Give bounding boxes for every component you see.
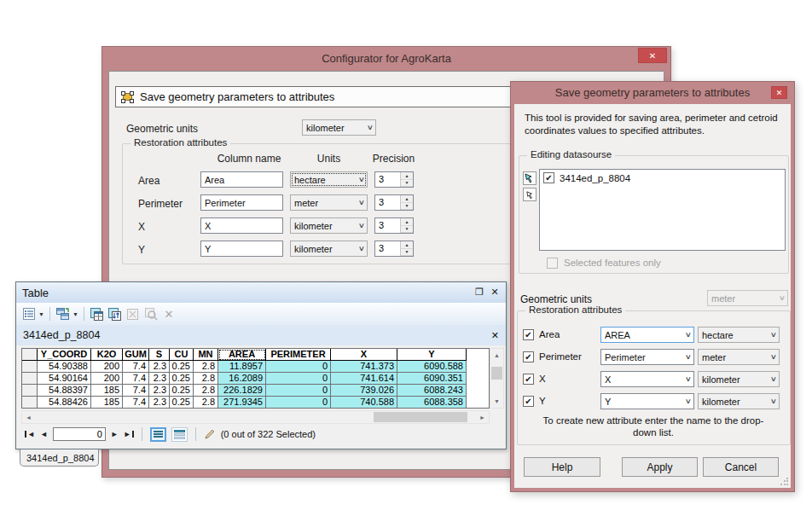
row-selector[interactable] bbox=[22, 385, 38, 397]
switch-selection-button[interactable] bbox=[107, 306, 123, 322]
dialog-close-button[interactable]: ✕ bbox=[771, 86, 787, 99]
column-header-k2o[interactable]: K2O bbox=[91, 349, 123, 361]
record-number-input[interactable] bbox=[53, 427, 106, 441]
area-attribute-combo[interactable]: AREA ∨ bbox=[600, 327, 694, 343]
column-header-cu[interactable]: CU bbox=[170, 349, 194, 361]
table-cell[interactable]: 0.25 bbox=[170, 373, 194, 385]
table-cell[interactable]: 740.588 bbox=[331, 397, 397, 409]
table-cell[interactable]: 2.3 bbox=[149, 373, 170, 385]
table-cell[interactable]: 741.614 bbox=[331, 373, 397, 385]
table-cell[interactable]: 0.25 bbox=[170, 397, 194, 409]
horizontal-scrollbar[interactable]: ◄ ► bbox=[21, 410, 490, 424]
show-all-records-button[interactable] bbox=[150, 427, 166, 442]
perimeter-attribute-combo[interactable]: Perimeter ∨ bbox=[600, 349, 694, 365]
table-cell[interactable]: 0 bbox=[266, 373, 331, 385]
x-units-combo[interactable]: kilometer ∨ bbox=[698, 371, 780, 387]
table-options-button[interactable] bbox=[21, 306, 37, 322]
spin-down-icon[interactable]: ▼ bbox=[401, 226, 413, 234]
column-header-x[interactable]: X bbox=[331, 349, 397, 361]
configurator-close-button[interactable]: ✕ bbox=[638, 48, 667, 63]
table-cell[interactable]: 200 bbox=[91, 373, 123, 385]
column-header-s[interactable]: S bbox=[149, 349, 170, 361]
precision-spinner-x[interactable]: 3 ▲▼ bbox=[374, 217, 414, 234]
precision-spinner-area[interactable]: 3 ▲▼ bbox=[374, 171, 414, 188]
units-combo-x[interactable]: kilometer ∨ bbox=[290, 217, 368, 234]
column-name-input-area[interactable]: Area bbox=[200, 171, 283, 188]
source-close-button[interactable]: ✕ bbox=[491, 330, 499, 341]
show-selected-records-button[interactable] bbox=[171, 427, 188, 442]
datasource-listbox[interactable]: ✔ 3414ed_p_8804 bbox=[539, 169, 786, 251]
table-cell[interactable]: 185 bbox=[91, 397, 123, 409]
column-header-mn[interactable]: MN bbox=[194, 349, 218, 361]
table-tab[interactable]: 3414ed_p_8804 bbox=[20, 449, 99, 467]
related-tables-caret[interactable]: ▼ bbox=[72, 311, 78, 317]
table-cell[interactable]: 7.4 bbox=[123, 397, 149, 409]
last-record-button[interactable]: ► bbox=[124, 430, 134, 438]
scroll-down-button[interactable]: ▼ bbox=[490, 395, 503, 408]
datasource-item[interactable]: ✔ 3414ed_p_8804 bbox=[543, 172, 781, 183]
area-checkbox[interactable]: ✔ bbox=[523, 329, 534, 340]
precision-spinner-perimeter[interactable]: 3 ▲▼ bbox=[374, 194, 414, 211]
column-name-input-y[interactable]: Y bbox=[200, 241, 283, 257]
select-highlighted-button[interactable] bbox=[90, 306, 105, 322]
table-cell[interactable]: 0 bbox=[266, 361, 331, 373]
y-units-combo[interactable]: kilometer ∨ bbox=[698, 393, 780, 409]
row-selector[interactable] bbox=[22, 349, 38, 361]
table-cell[interactable]: 0 bbox=[266, 385, 331, 397]
table-cell[interactable]: 54.90164 bbox=[38, 373, 91, 385]
table-cell[interactable]: 271.9345 bbox=[218, 397, 266, 409]
zoom-to-selected-button[interactable] bbox=[143, 306, 159, 322]
table-cell[interactable]: 6088.243 bbox=[397, 385, 467, 397]
clear-selection-button[interactable] bbox=[125, 306, 141, 322]
table-cell[interactable]: 54.88397 bbox=[38, 385, 91, 397]
row-selector[interactable] bbox=[22, 373, 38, 385]
table-cell[interactable]: 6090.351 bbox=[397, 373, 467, 385]
cancel-button[interactable]: Cancel bbox=[703, 457, 779, 477]
table-cell[interactable]: 200 bbox=[91, 361, 123, 373]
table-close-button[interactable]: ✕ bbox=[489, 286, 501, 299]
y-checkbox[interactable]: ✔ bbox=[523, 396, 534, 407]
table-cell[interactable]: 54.88426 bbox=[38, 397, 91, 409]
add-datasource-button[interactable] bbox=[523, 171, 536, 185]
table-cell[interactable]: 2.3 bbox=[149, 361, 170, 373]
first-record-button[interactable]: ◄ bbox=[25, 430, 35, 438]
column-header-perimeter[interactable]: PERIMETER bbox=[266, 349, 331, 361]
scroll-left-button[interactable]: ◄ bbox=[22, 411, 35, 423]
datasource-checkbox[interactable]: ✔ bbox=[543, 172, 554, 183]
table-cell[interactable]: 7.4 bbox=[123, 361, 149, 373]
column-name-input-perimeter[interactable]: Perimeter bbox=[200, 194, 283, 211]
horizontal-scroll-thumb[interactable] bbox=[374, 412, 467, 422]
column-header-y[interactable]: Y bbox=[397, 349, 467, 361]
apply-button[interactable]: Apply bbox=[622, 457, 698, 477]
precision-spinner-y[interactable]: 3 ▲▼ bbox=[374, 241, 414, 257]
table-titlebar[interactable]: Table bbox=[16, 282, 506, 303]
scroll-up-button[interactable]: ▲ bbox=[490, 349, 503, 362]
y-attribute-combo[interactable]: Y ∨ bbox=[600, 393, 694, 409]
resize-grip[interactable] bbox=[780, 478, 788, 486]
table-cell[interactable]: 2.8 bbox=[194, 361, 218, 373]
vertical-scrollbar[interactable]: ▲ ▼ bbox=[490, 348, 504, 409]
x-checkbox[interactable]: ✔ bbox=[523, 374, 534, 385]
remove-datasource-button[interactable] bbox=[523, 188, 536, 201]
table-cell[interactable]: 7.4 bbox=[123, 385, 149, 397]
dialog-geometric-units-combo[interactable]: meter ∨ bbox=[707, 290, 788, 306]
spin-up-icon[interactable]: ▲ bbox=[401, 195, 413, 203]
spin-down-icon[interactable]: ▼ bbox=[401, 249, 413, 257]
units-combo-area[interactable]: hectare ∨ bbox=[290, 171, 368, 188]
table-cell[interactable]: 0.25 bbox=[170, 361, 194, 373]
table-cell[interactable]: 2.8 bbox=[194, 373, 218, 385]
area-units-combo[interactable]: hectare ∨ bbox=[698, 327, 780, 343]
spin-up-icon[interactable]: ▲ bbox=[401, 218, 413, 226]
help-button[interactable]: Help bbox=[524, 457, 600, 477]
table-cell[interactable]: 54.90388 bbox=[38, 361, 91, 373]
units-combo-perimeter[interactable]: meter ∨ bbox=[290, 194, 368, 211]
table-cell[interactable]: 2.8 bbox=[194, 397, 218, 409]
table-cell[interactable]: 741.373 bbox=[331, 361, 397, 373]
column-header-gum[interactable]: GUM bbox=[123, 349, 149, 361]
table-cell[interactable]: 226.1829 bbox=[218, 385, 266, 397]
geometric-units-combo[interactable]: kilometer ∨ bbox=[302, 119, 376, 136]
spin-up-icon[interactable]: ▲ bbox=[401, 241, 413, 249]
float-window-button[interactable]: ❐ bbox=[473, 286, 485, 299]
perimeter-units-combo[interactable]: meter ∨ bbox=[698, 349, 780, 365]
table-cell[interactable]: 0 bbox=[266, 397, 331, 409]
